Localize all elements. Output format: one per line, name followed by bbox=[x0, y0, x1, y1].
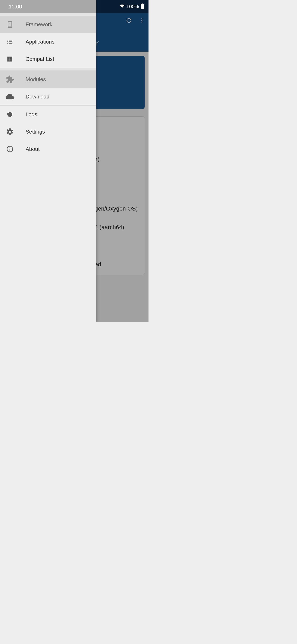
nav-label: Framework bbox=[25, 21, 52, 28]
battery-percentage: 100% bbox=[126, 4, 139, 10]
nav-label: Settings bbox=[25, 128, 45, 135]
navigation-drawer: 10:00 Framework Applications Compat List… bbox=[0, 0, 96, 322]
puzzle-icon bbox=[6, 75, 14, 84]
framework-icon bbox=[6, 20, 14, 28]
nav-label: Applications bbox=[25, 38, 54, 45]
nav-item-compat-list[interactable]: Compat List bbox=[0, 50, 96, 68]
nav-item-modules[interactable]: Modules bbox=[0, 70, 96, 88]
svg-rect-4 bbox=[142, 4, 143, 4]
nav-item-framework[interactable]: Framework bbox=[0, 16, 96, 33]
nav-item-about[interactable]: About bbox=[0, 140, 96, 158]
list-icon bbox=[6, 38, 14, 46]
info-icon bbox=[6, 145, 14, 153]
nav-label: Logs bbox=[25, 111, 37, 118]
bug-icon bbox=[6, 110, 14, 118]
nav-item-settings[interactable]: Settings bbox=[0, 123, 96, 140]
nav-label: About bbox=[25, 146, 40, 152]
wifi-icon bbox=[119, 4, 125, 9]
nav-item-logs[interactable]: Logs bbox=[0, 106, 96, 123]
drawer-divider bbox=[0, 68, 96, 70]
svg-rect-3 bbox=[141, 4, 144, 9]
drawer-header-gap bbox=[0, 13, 96, 16]
cloud-icon bbox=[6, 92, 14, 101]
status-bar: 100% bbox=[0, 0, 148, 13]
nav-label: Modules bbox=[25, 76, 46, 82]
plus-box-icon bbox=[6, 55, 14, 63]
nav-label: Download bbox=[25, 94, 49, 100]
nav-item-applications[interactable]: Applications bbox=[0, 33, 96, 50]
nav-label: Compat List bbox=[25, 56, 54, 62]
gear-icon bbox=[6, 128, 14, 136]
battery-icon bbox=[141, 4, 144, 10]
nav-item-download[interactable]: Download bbox=[0, 88, 96, 105]
